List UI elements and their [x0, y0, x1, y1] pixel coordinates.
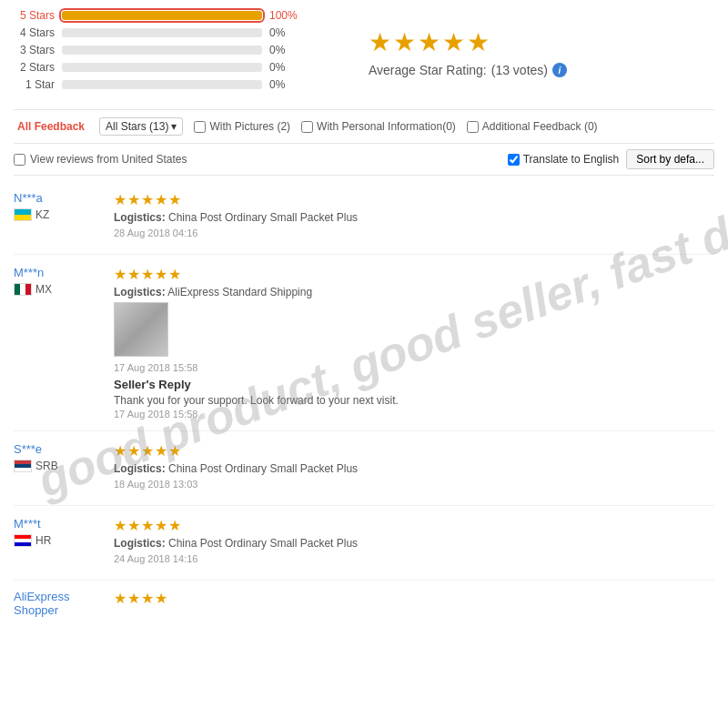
- filter-bar: All Feedback All Stars (13) ▾ With Pictu…: [14, 109, 714, 144]
- flag-icon: [14, 534, 32, 547]
- review-logistics: Logistics: AliExpress Standard Shipping: [114, 286, 714, 298]
- review-item: N***a KZ ★★★★★ Logistics: China Post Ord…: [14, 180, 714, 255]
- avg-label-row: Average Star Rating: (13 votes) i: [369, 63, 567, 77]
- review-date: 24 Aug 2018 14:16: [114, 553, 714, 564]
- review-stars: ★★★★★: [114, 442, 714, 460]
- rating-label: 5 Stars: [14, 9, 55, 22]
- rating-row: 1 Star 0%: [14, 78, 341, 91]
- aliexpress-stars: ★★★★: [114, 590, 168, 607]
- rating-row: 3 Stars 0%: [14, 44, 341, 56]
- reviewer-name: M***n: [14, 266, 44, 279]
- review-content: ★★★★★ Logistics: China Post Ordinary Sma…: [114, 191, 714, 243]
- with-personal-checkbox[interactable]: [301, 121, 313, 133]
- filter-right: Translate to English Sort by defa...: [508, 149, 714, 169]
- view-us-checkbox[interactable]: [14, 154, 25, 166]
- with-pictures-checkbox[interactable]: [194, 121, 206, 133]
- reviewer-info: N***a KZ: [14, 191, 105, 243]
- bar-fill: [62, 11, 262, 20]
- review-date: 18 Aug 2018 13:03: [114, 479, 714, 490]
- logistics-label: Logistics:: [114, 462, 166, 475]
- reviewer-country: SRB: [14, 460, 58, 472]
- avg-label-text: Average Star Rating:: [369, 63, 487, 77]
- country-label: MX: [35, 283, 52, 296]
- flag-icon: [14, 460, 32, 472]
- bar-wrapper: [62, 11, 262, 20]
- bar-pct: 0%: [269, 44, 297, 56]
- country-label: SRB: [35, 460, 58, 472]
- aliexpress-shopper-stars: ★★★★: [114, 590, 168, 617]
- translate-label[interactable]: Translate to English: [508, 153, 620, 166]
- sellers-reply: Seller's Reply Thank you for your suppor…: [114, 378, 714, 420]
- avg-stars-display: ★★★★★: [369, 27, 567, 57]
- bar-wrapper: [62, 80, 262, 89]
- review-date: 28 Aug 2018 04:16: [114, 228, 714, 238]
- bar-wrapper: [62, 46, 262, 55]
- view-us-label: View reviews from United States: [30, 153, 187, 166]
- bar-pct: 100%: [269, 9, 297, 22]
- review-logistics: Logistics: China Post Ordinary Small Pac…: [114, 537, 714, 550]
- rating-row: 5 Stars 100%: [14, 9, 341, 22]
- reviewer-name: N***a: [14, 191, 43, 205]
- review-item: M***t HR ★★★★★ Logistics: China Post Ord…: [14, 506, 714, 581]
- review-logistics: Logistics: China Post Ordinary Small Pac…: [114, 211, 714, 224]
- reviewer-country: MX: [14, 283, 52, 296]
- all-feedback-btn[interactable]: All Feedback: [14, 118, 88, 135]
- additional-feedback-filter[interactable]: Additional Feedback (0): [467, 120, 598, 133]
- all-stars-select[interactable]: All Stars (13) ▾: [99, 117, 183, 136]
- with-personal-filter[interactable]: With Personal Information(0): [301, 120, 456, 133]
- rating-row: 4 Stars 0%: [14, 26, 341, 39]
- reviewer-name: M***t: [14, 517, 41, 531]
- sellers-reply-title: Seller's Reply: [114, 378, 714, 391]
- flag-icon: [14, 208, 32, 221]
- review-image[interactable]: [114, 302, 168, 357]
- review-content: ★★★★★ Logistics: China Post Ordinary Sma…: [114, 442, 714, 494]
- review-item: S***e SRB ★★★★★ Logistics: China Post Or…: [14, 431, 714, 506]
- sort-button[interactable]: Sort by defa...: [626, 149, 714, 169]
- reviewer-country: KZ: [14, 208, 49, 221]
- bar-pct: 0%: [269, 26, 297, 39]
- chevron-down-icon: ▾: [171, 120, 177, 133]
- review-content: ★★★★★ Logistics: China Post Ordinary Sma…: [114, 517, 714, 569]
- rating-label: 2 Stars: [14, 61, 55, 74]
- logistics-label: Logistics:: [114, 286, 166, 298]
- aliexpress-shopper-info: AliExpress Shopper: [14, 590, 105, 617]
- rating-label: 3 Stars: [14, 44, 55, 56]
- info-icon[interactable]: i: [552, 63, 567, 77]
- review-logistics: Logistics: China Post Ordinary Small Pac…: [114, 462, 714, 475]
- reviewer-country: HR: [14, 534, 51, 547]
- rating-row: 2 Stars 0%: [14, 61, 341, 74]
- translate-checkbox[interactable]: [508, 154, 520, 166]
- review-item: M***n MX ★★★★★ Logistics: AliExpress Sta…: [14, 255, 714, 431]
- filter-left: View reviews from United States: [14, 153, 187, 166]
- review-stars: ★★★★★: [114, 517, 714, 534]
- reviewer-info: S***e SRB: [14, 442, 105, 494]
- reviewer-info: M***t HR: [14, 517, 105, 569]
- bar-wrapper: [62, 63, 262, 72]
- review-date: 17 Aug 2018 15:58: [114, 362, 714, 373]
- review-image-inner: [115, 303, 167, 356]
- country-label: KZ: [35, 208, 49, 221]
- logistics-label: Logistics:: [114, 537, 166, 550]
- rating-summary: 5 Stars 100% 4 Stars 0% 3 Stars 0% 2 Sta…: [14, 9, 714, 96]
- reviewer-info: M***n MX: [14, 266, 105, 420]
- logistics-label: Logistics:: [114, 211, 166, 224]
- reviewer-name: S***e: [14, 442, 42, 456]
- aliexpress-shopper-row: AliExpress Shopper ★★★★: [14, 581, 714, 626]
- rating-summary-right: ★★★★★ Average Star Rating: (13 votes) i: [369, 9, 567, 96]
- bar-pct: 0%: [269, 61, 297, 74]
- sellers-reply-date: 17 Aug 2018 15:58: [114, 409, 714, 420]
- review-list: N***a KZ ★★★★★ Logistics: China Post Ord…: [14, 180, 714, 581]
- review-stars: ★★★★★: [114, 191, 714, 208]
- bar-pct: 0%: [269, 78, 297, 91]
- rating-label: 1 Star: [14, 78, 55, 91]
- aliexpress-shopper-name: AliExpress Shopper: [14, 590, 69, 617]
- additional-checkbox[interactable]: [467, 121, 479, 133]
- with-pictures-filter[interactable]: With Pictures (2): [194, 120, 290, 133]
- flag-icon: [14, 283, 32, 296]
- sellers-reply-text: Thank you for your support. Look forward…: [114, 394, 714, 407]
- country-label: HR: [35, 534, 51, 547]
- review-content: ★★★★★ Logistics: AliExpress Standard Shi…: [114, 266, 714, 420]
- main-container: 5 Stars 100% 4 Stars 0% 3 Stars 0% 2 Sta…: [0, 0, 728, 635]
- rating-bars: 5 Stars 100% 4 Stars 0% 3 Stars 0% 2 Sta…: [14, 9, 341, 96]
- votes-count: (13 votes): [491, 63, 548, 77]
